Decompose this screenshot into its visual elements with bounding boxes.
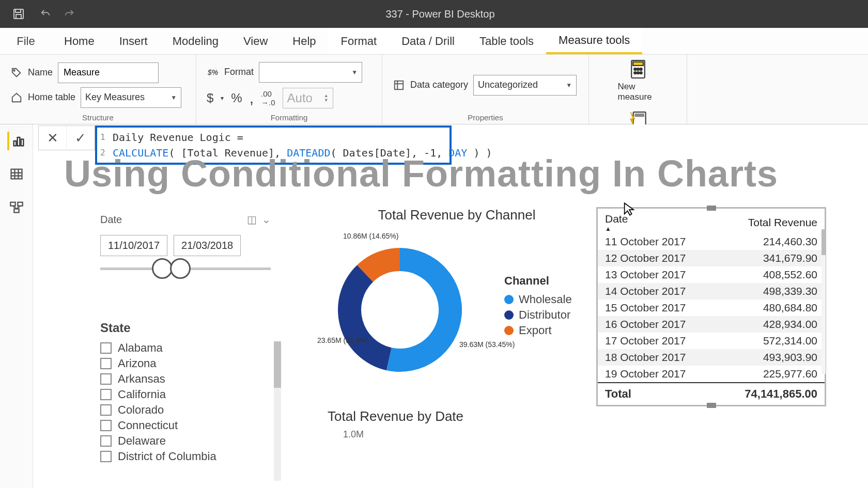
svg-rect-26 [18,202,22,206]
new-measure-button[interactable]: New measure [618,59,658,103]
name-label: Name [28,67,53,78]
eraser-icon[interactable]: ◫ [247,213,257,226]
checkbox-icon[interactable] [100,342,112,354]
state-item[interactable]: Arkansas [100,371,281,387]
svg-point-9 [634,68,636,70]
state-slicer-title: State [100,321,281,335]
format-select[interactable]: ▼ [259,62,362,83]
tab-table-tools[interactable]: Table tools [467,28,546,54]
date-slider[interactable] [100,267,271,270]
group-structure-label: Structure [10,111,185,122]
home-table-select[interactable]: Key Measures▼ [81,87,181,108]
legend-item[interactable]: Export [504,324,572,337]
table-scrollbar[interactable] [822,229,826,374]
col-revenue[interactable]: Total Revenue [716,209,825,233]
ribbon-tabs: File Home Insert Modeling View Help Form… [0,28,868,55]
checkbox-icon[interactable] [100,435,112,447]
svg-point-10 [637,68,639,70]
svg-rect-16 [634,113,644,117]
measure-name-input[interactable] [58,62,159,83]
group-formatting-label: Formatting [207,111,371,122]
chevron-down-icon: ▼ [351,69,358,76]
chevron-down-icon: ▼ [171,94,177,101]
line-chart-ytick: 1.0M [343,429,364,440]
date-to-input[interactable]: 21/03/2018 [174,235,241,256]
data-view-icon[interactable] [7,165,26,183]
checkbox-icon[interactable] [100,404,112,416]
svg-rect-19 [21,139,23,146]
tab-format[interactable]: Format [329,28,390,54]
state-item[interactable]: Connecticut [100,418,281,433]
formula-commit-button[interactable]: ✓ [67,126,95,150]
table-row[interactable]: 16 October 2017428,934.00 [598,316,825,333]
report-view-icon[interactable] [7,132,26,150]
state-item[interactable]: District of Columbia [100,449,281,464]
undo-icon[interactable] [38,7,53,21]
checkbox-icon[interactable] [100,373,112,385]
page-heading: Using Conditional Formatting In Charts [64,152,778,195]
tab-view[interactable]: View [231,28,280,54]
checkbox-icon[interactable] [100,358,112,369]
currency-caret[interactable]: ▾ [221,95,224,102]
state-item[interactable]: Alabama [100,340,281,356]
table-row[interactable]: 19 October 2017225,977.60 [598,366,825,383]
legend-item[interactable]: Distributor [504,308,572,322]
slider-handle-right[interactable] [170,258,191,279]
tab-modeling[interactable]: Modeling [160,28,231,54]
comma-button[interactable]: , [250,89,254,107]
svg-point-14 [640,72,642,74]
svg-rect-1 [16,9,21,12]
state-slicer[interactable]: State Alabama Arizona Arkansas Californi… [100,321,281,464]
window-title: 337 - Power BI Desktop [86,8,795,20]
tab-data-drill[interactable]: Data / Drill [389,28,467,54]
tab-help[interactable]: Help [280,28,328,54]
tab-insert[interactable]: Insert [107,28,160,54]
tab-measure-tools[interactable]: Measure tools [546,28,642,54]
file-tab[interactable]: File [0,35,52,48]
state-item[interactable]: California [100,387,281,402]
svg-rect-2 [16,14,21,19]
donut-label-wholesale: 39.63M (53.45%) [459,340,515,349]
report-canvas: ✕ ✓ 1 2 Daily Revenue Logic = CALCULATE(… [33,124,868,488]
home-icon [10,91,23,104]
model-view-icon[interactable] [7,198,26,216]
decimal-button[interactable]: .00→.0 [261,89,275,107]
category-icon [393,79,405,91]
resize-handle[interactable] [707,403,716,408]
table-visual[interactable]: Date▲ Total Revenue 11 October 2017214,4… [596,207,826,406]
redo-icon[interactable] [62,7,76,21]
chevron-down-icon: ▼ [566,82,572,89]
resize-handle[interactable] [707,206,716,211]
table-row[interactable]: 17 October 2017572,314.00 [598,333,825,349]
save-icon[interactable] [11,7,26,21]
date-slicer[interactable]: Date ◫⌄ 11/10/2017 21/03/2018 [100,213,271,270]
table-row[interactable]: 12 October 2017341,679.90 [598,250,825,266]
state-item[interactable]: Delaware [100,433,281,449]
table-row[interactable]: 14 October 2017498,339.30 [598,283,825,300]
table-row[interactable]: 15 October 2017480,684.80 [598,300,825,316]
currency-button[interactable]: $ [207,91,213,105]
state-scrollbar[interactable] [274,341,281,481]
table-row[interactable]: 13 October 2017408,552.60 [598,266,825,283]
decimals-input[interactable]: Auto▲▼ [283,88,333,108]
line-chart-title: Total Revenue by Date [328,408,463,424]
svg-rect-20 [11,169,22,179]
table-row[interactable]: 11 October 2017214,460.30 [598,233,825,250]
chevron-down-icon[interactable]: ⌄ [262,213,271,226]
tag-icon [10,67,23,79]
tab-home[interactable]: Home [52,28,107,54]
svg-rect-4 [395,81,404,89]
state-item[interactable]: Colorado [100,402,281,418]
checkbox-icon[interactable] [100,451,112,462]
date-from-input[interactable]: 11/10/2017 [100,235,167,256]
percent-button[interactable]: % [231,91,242,105]
table-row[interactable]: 18 October 2017493,903.90 [598,349,825,366]
checkbox-icon[interactable] [100,420,112,431]
data-category-select[interactable]: Uncategorized▼ [473,75,577,96]
state-item[interactable]: Arizona [100,356,281,371]
col-date[interactable]: Date▲ [598,209,716,233]
slider-handle-left[interactable] [152,258,173,279]
legend-item[interactable]: Wholesale [504,293,572,306]
checkbox-icon[interactable] [100,389,112,400]
formula-cancel-button[interactable]: ✕ [39,126,67,150]
